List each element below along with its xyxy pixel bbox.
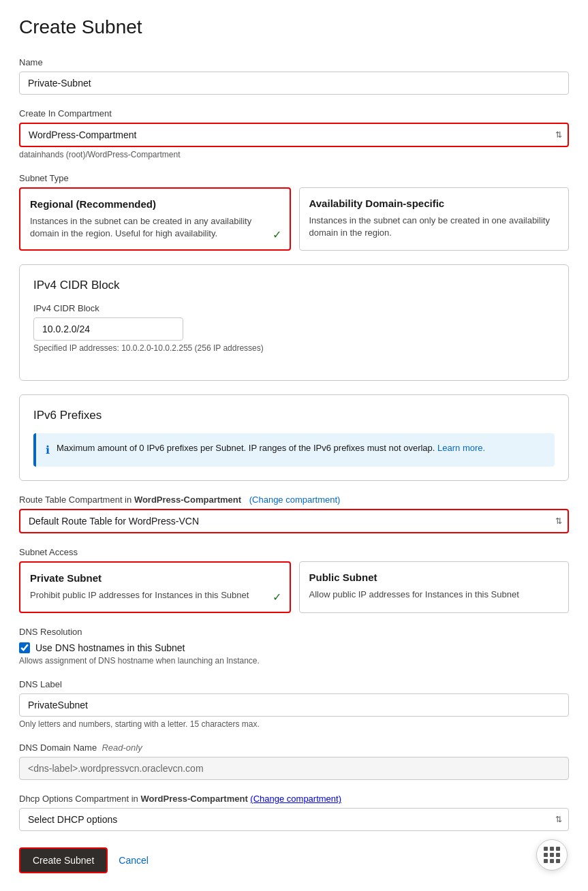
help-dot xyxy=(544,853,548,857)
dns-label-label: DNS Label xyxy=(19,679,569,689)
help-dot xyxy=(544,847,548,851)
route-table-compartment: WordPress-Compartment xyxy=(134,495,241,505)
dns-resolution-label: DNS Resolution xyxy=(19,627,569,637)
ipv6-card: IPv6 Prefixes ℹ Maximum amount of 0 IPv6… xyxy=(19,394,569,481)
compartment-label: Create In Compartment xyxy=(19,108,569,119)
dhcp-label-prefix: Dhcp Options Compartment in xyxy=(19,794,138,804)
help-dot xyxy=(556,847,560,851)
compartment-field-group: Create In Compartment WordPress-Compartm… xyxy=(19,108,569,159)
route-table-field-group: Route Table Compartment in WordPress-Com… xyxy=(19,495,569,533)
subnet-type-availability-title: Availability Domain-specific xyxy=(309,198,559,209)
dns-resolution-section: DNS Resolution Use DNS hostnames in this… xyxy=(19,627,569,666)
subnet-type-availability[interactable]: Availability Domain-specific Instances i… xyxy=(299,187,570,251)
dns-label-section: DNS Label Only letters and numbers, star… xyxy=(19,679,569,729)
subnet-access-public-title: Public Subnet xyxy=(309,572,559,583)
help-grid-icon xyxy=(544,847,560,863)
name-label: Name xyxy=(19,57,569,67)
private-check-icon: ✓ xyxy=(273,591,281,604)
subnet-type-availability-desc: Instances in the subnet can only be crea… xyxy=(309,215,559,239)
dhcp-label: Dhcp Options Compartment in WordPress-Co… xyxy=(19,794,569,804)
dns-domain-label: DNS Domain Name Read-only xyxy=(19,742,569,753)
help-dot xyxy=(550,847,554,851)
subnet-access-private-title: Private Subnet xyxy=(30,572,280,584)
create-subnet-button[interactable]: Create Subnet xyxy=(19,847,108,873)
dhcp-select-wrapper: Select DHCP options ⇅ xyxy=(19,808,569,831)
subnet-type-field-group: Subnet Type Regional (Recommended) Insta… xyxy=(19,173,569,251)
route-table-select-wrapper: Default Route Table for WordPress-VCN ⇅ xyxy=(19,509,569,533)
cancel-button[interactable]: Cancel xyxy=(116,849,151,872)
subnet-type-label: Subnet Type xyxy=(19,173,569,183)
dns-domain-readonly: Read-only xyxy=(99,742,142,753)
dns-checkbox-label: Use DNS hostnames in this Subnet xyxy=(35,642,185,653)
dns-checkbox-row: Use DNS hostnames in this Subnet xyxy=(19,642,569,653)
compartment-select-wrapper: WordPress-Compartment ⇅ xyxy=(19,123,569,147)
ipv6-learn-more-link[interactable]: Learn more. xyxy=(437,443,485,453)
route-table-change-link[interactable]: (Change compartment) xyxy=(249,495,341,505)
help-widget[interactable] xyxy=(536,839,568,871)
help-dot xyxy=(544,859,548,863)
subnet-type-regional-title: Regional (Recommended) xyxy=(30,198,280,210)
route-table-label: Route Table Compartment in WordPress-Com… xyxy=(19,495,569,505)
subnet-access-private-desc: Prohibit public IP addresses for Instanc… xyxy=(30,589,280,601)
subnet-access-public[interactable]: Public Subnet Allow public IP addresses … xyxy=(299,561,570,612)
subnet-type-regional-desc: Instances in the subnet can be created i… xyxy=(30,215,280,240)
button-row: Create Subnet Cancel xyxy=(19,847,569,873)
subnet-access-label: Subnet Access xyxy=(19,547,569,557)
dhcp-compartment: WordPress-Compartment xyxy=(140,794,247,804)
name-input[interactable] xyxy=(19,72,569,95)
name-field-group: Name xyxy=(19,57,569,95)
dns-resolution-subtext: Allows assignment of DNS hostname when l… xyxy=(19,656,569,666)
page-title: Create Subnet xyxy=(19,16,569,38)
check-icon: ✓ xyxy=(273,228,281,241)
subnet-access-row: Private Subnet Prohibit public IP addres… xyxy=(19,561,569,612)
dns-domain-input xyxy=(19,757,569,780)
ipv4-card-title: IPv4 CIDR Block xyxy=(33,279,555,292)
dns-label-subtext: Only letters and numbers, starting with … xyxy=(19,719,569,729)
ipv6-info-text: Maximum amount of 0 IPv6 prefixes per Su… xyxy=(57,441,485,455)
ipv6-card-title: IPv6 Prefixes xyxy=(33,409,555,422)
dns-domain-field-group: DNS Domain Name Read-only xyxy=(19,742,569,780)
ipv4-card: IPv4 CIDR Block IPv4 CIDR Block Specifie… xyxy=(19,264,569,381)
help-dot xyxy=(556,859,560,863)
subnet-type-row: Regional (Recommended) Instances in the … xyxy=(19,187,569,251)
compartment-select[interactable]: WordPress-Compartment xyxy=(19,123,569,147)
ipv6-info-main: Maximum amount of 0 IPv6 prefixes per Su… xyxy=(57,443,435,453)
help-dot xyxy=(556,853,560,857)
dhcp-change-link[interactable]: (Change compartment) xyxy=(250,794,341,804)
help-dot xyxy=(550,859,554,863)
ipv6-info-box: ℹ Maximum amount of 0 IPv6 prefixes per … xyxy=(33,433,555,467)
dhcp-select[interactable]: Select DHCP options xyxy=(19,808,569,831)
dns-domain-label-text: DNS Domain Name xyxy=(19,742,97,753)
info-icon: ℹ xyxy=(46,442,50,458)
compartment-subtext: datainhands (root)/WordPress-Compartment xyxy=(19,150,569,159)
dhcp-options-field-group: Dhcp Options Compartment in WordPress-Co… xyxy=(19,794,569,831)
ipv4-input[interactable] xyxy=(33,317,183,341)
subnet-access-public-desc: Allow public IP addresses for Instances … xyxy=(309,589,559,601)
dns-checkbox[interactable] xyxy=(19,642,30,653)
route-table-select[interactable]: Default Route Table for WordPress-VCN xyxy=(19,509,569,533)
dns-label-input[interactable] xyxy=(19,693,569,717)
help-dot xyxy=(550,853,554,857)
ipv4-field-group: IPv4 CIDR Block Specified IP addresses: … xyxy=(33,303,555,353)
ipv4-subtext: Specified IP addresses: 10.0.2.0-10.0.2.… xyxy=(33,343,555,353)
ipv4-label: IPv4 CIDR Block xyxy=(33,303,555,313)
subnet-access-private[interactable]: Private Subnet Prohibit public IP addres… xyxy=(19,561,291,612)
subnet-type-regional[interactable]: Regional (Recommended) Instances in the … xyxy=(19,187,291,251)
route-table-label-prefix: Route Table Compartment in xyxy=(19,495,131,505)
subnet-access-field-group: Subnet Access Private Subnet Prohibit pu… xyxy=(19,547,569,612)
